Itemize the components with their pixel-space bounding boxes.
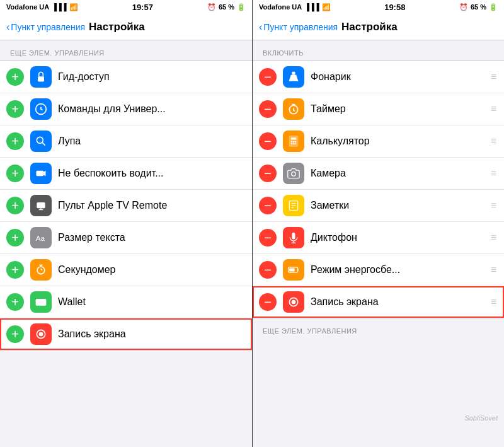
svg-rect-6	[37, 202, 45, 208]
app-icon-gid-dostup	[30, 66, 52, 88]
app-icon-taymer	[283, 98, 304, 120]
drag-handle-taymer[interactable]: ≡	[491, 103, 496, 115]
remove-btn-zapis-ekrana2[interactable]: −	[259, 293, 277, 311]
remove-btn-kalkulator[interactable]: −	[259, 132, 277, 150]
list-item-kalkulator: −Калькулятор≡	[253, 125, 504, 158]
add-btn-wallet[interactable]: +	[6, 293, 24, 311]
item-label-wallet: Wallet	[58, 296, 244, 308]
scroll-left: +Гид-доступ+Команды для Универ...+Лупа+Н…	[0, 61, 252, 447]
battery-left: 65 %	[219, 3, 234, 11]
item-label-taymer: Таймер	[311, 103, 487, 115]
signal-icon-right: ▐▐▐	[304, 3, 319, 11]
status-right-left: ⏰ 65 % 🔋	[207, 3, 246, 11]
drag-handle-fonarik[interactable]: ≡	[491, 71, 496, 83]
battery-icon-left: 🔋	[237, 3, 246, 11]
nav-title-right: Настройка	[341, 21, 398, 33]
remove-btn-fonarik[interactable]: −	[259, 68, 277, 86]
app-icon-zapis-ekrana2	[283, 291, 304, 313]
item-label-kalkulator: Калькулятор	[311, 136, 487, 147]
remove-btn-kamera[interactable]: −	[259, 165, 277, 182]
nav-back-label-left: Пункт управления	[11, 22, 85, 32]
svg-text:Aa: Aa	[36, 234, 45, 242]
drag-handle-zametki[interactable]: ≡	[491, 200, 496, 211]
add-btn-apple-tv[interactable]: +	[6, 197, 24, 214]
svg-rect-14	[292, 72, 295, 75]
item-label-zapis-ekrana2: Запись экрана	[311, 296, 487, 308]
status-right-right: ⏰ 65 % 🔋	[459, 3, 498, 11]
svg-rect-19	[293, 141, 295, 142]
app-icon-kamera	[283, 163, 304, 184]
remove-btn-energosbe[interactable]: −	[259, 261, 277, 279]
list-right: −Фонарик≡−Таймер≡−Калькулятор≡−Камера≡−З…	[253, 61, 504, 318]
svg-rect-17	[291, 137, 296, 139]
item-label-apple-tv: Пульт Apple TV Remote	[58, 200, 244, 211]
list-item-taymer: −Таймер≡	[253, 93, 504, 125]
list-item-razmer-teksta: +AaРазмер текста	[0, 222, 252, 254]
item-label-gid-dostup: Гид-доступ	[58, 71, 244, 83]
app-icon-ne-bespokoit	[30, 163, 52, 184]
add-btn-lupa[interactable]: +	[6, 132, 24, 150]
add-btn-komandy[interactable]: +	[6, 100, 24, 118]
nav-header-left: ‹ Пункт управления Настройка	[0, 14, 252, 40]
signal-icon: ▐▐▐	[52, 3, 66, 11]
section-header-left: ЕЩЕ ЭЛЕМ. УПРАВЛЕНИЯ	[0, 40, 252, 61]
app-icon-lupa	[30, 131, 52, 152]
svg-line-3	[42, 142, 45, 146]
app-icon-zapis-ekrana	[30, 323, 52, 345]
list-item-komandy: +Команды для Универ...	[0, 93, 252, 125]
svg-rect-21	[291, 143, 293, 144]
drag-handle-energosbe[interactable]: ≡	[491, 264, 496, 276]
item-label-ne-bespokoit: Не беспокоить водит...	[58, 168, 244, 179]
item-label-zapis-ekrana: Запись экрана	[58, 328, 244, 340]
drag-handle-diktofon[interactable]: ≡	[491, 232, 496, 243]
nav-title-left: Настройка	[89, 21, 145, 33]
svg-marker-5	[43, 171, 45, 176]
alarm-icon: ⏰	[207, 3, 216, 11]
drag-handle-zapis-ekrana2[interactable]: ≡	[491, 296, 496, 308]
app-icon-fonarik	[283, 66, 304, 88]
battery-right: 65 %	[471, 3, 486, 11]
carrier-right: Vodafone UA	[259, 3, 302, 11]
panel-left: Vodafone UA ▐▐▐ 📶 19:57 ⏰ 65 % 🔋 ‹ Пункт…	[0, 0, 252, 447]
item-label-kamera: Камера	[311, 168, 487, 179]
section-header-right-bottom: ЕЩЕ ЭЛЕМ. УПРАВЛЕНИЯ	[253, 318, 504, 339]
wifi-icon-right: 📶	[322, 3, 331, 11]
svg-rect-18	[291, 141, 293, 142]
svg-point-24	[292, 172, 296, 177]
list-item-gid-dostup: +Гид-доступ	[0, 61, 252, 93]
item-label-razmer-teksta: Размер текста	[58, 232, 244, 243]
svg-rect-20	[295, 141, 297, 142]
battery-icon-right: 🔋	[489, 3, 498, 11]
panel-right: Vodafone UA ▐▐▐ 📶 19:58 ⏰ 65 % 🔋 ‹ Пункт…	[252, 0, 504, 447]
remove-btn-diktofon[interactable]: −	[259, 229, 277, 247]
alarm-icon-right: ⏰	[459, 3, 468, 11]
svg-point-8	[37, 267, 45, 274]
time-left: 19:57	[132, 3, 153, 12]
list-item-fonarik: −Фонарик≡	[253, 61, 504, 93]
item-label-zametki: Заметки	[311, 200, 487, 211]
add-btn-zapis-ekrana[interactable]: +	[6, 325, 24, 343]
remove-btn-taymer[interactable]: −	[259, 100, 277, 118]
chevron-left-icon: ‹	[6, 21, 9, 33]
svg-rect-0	[38, 76, 44, 81]
list-item-diktofon: −Диктофон≡	[253, 222, 504, 254]
add-btn-razmer-teksta[interactable]: +	[6, 229, 24, 247]
drag-handle-kalkulator[interactable]: ≡	[491, 136, 496, 147]
item-label-komandy: Команды для Универ...	[58, 103, 244, 115]
add-btn-sekundomer[interactable]: +	[6, 261, 24, 279]
remove-btn-zametki[interactable]: −	[259, 197, 277, 214]
list-item-ne-bespokoit: +Не беспокоить водит...	[0, 158, 252, 190]
drag-handle-kamera[interactable]: ≡	[491, 168, 496, 179]
wifi-icon: 📶	[69, 3, 78, 11]
list-item-zapis-ekrana2: −Запись экрана≡	[253, 286, 504, 318]
list-item-sekundomer: +Секундомер	[0, 254, 252, 286]
add-btn-ne-bespokoit[interactable]: +	[6, 165, 24, 182]
nav-back-left[interactable]: ‹ Пункт управления	[6, 21, 85, 33]
list-item-lupa: +Лупа	[0, 125, 252, 158]
add-btn-gid-dostup[interactable]: +	[6, 68, 24, 86]
svg-rect-4	[37, 171, 44, 176]
svg-rect-10	[36, 299, 47, 306]
time-right: 19:58	[384, 3, 405, 12]
nav-back-right[interactable]: ‹ Пункт управления	[259, 21, 338, 33]
item-label-fonarik: Фонарик	[311, 71, 487, 83]
